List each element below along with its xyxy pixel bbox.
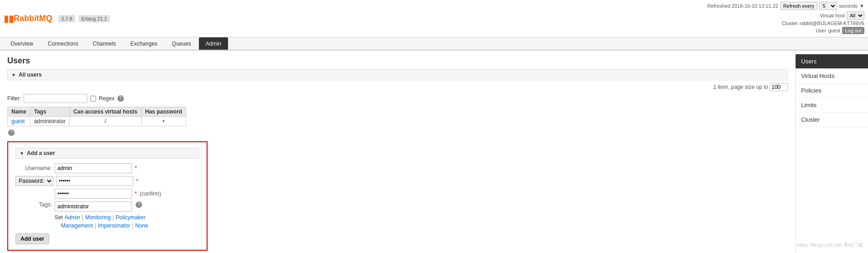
tag-management[interactable]: Management xyxy=(61,222,93,229)
virtual-host-select[interactable]: All / xyxy=(847,11,864,20)
password-confirm-input[interactable] xyxy=(55,189,132,199)
cluster-label: Cluster xyxy=(782,21,798,26)
watermark: https://blog.csdn.net 李姓门徒 xyxy=(797,242,863,248)
page-title: Users xyxy=(7,56,788,66)
col-password: Has password xyxy=(141,107,186,117)
tags-label: Tags: xyxy=(15,201,52,208)
nav-exchanges[interactable]: Exchanges xyxy=(123,37,164,50)
cluster-row: Cluster rabbit@BIJLAGEM-KT786V6 xyxy=(707,21,864,26)
tags-help-icon[interactable]: ? xyxy=(136,201,142,208)
refresh-dropdown-icon[interactable]: ▼ xyxy=(859,3,864,9)
logo-icon: ▮▮ xyxy=(4,13,14,24)
set-label: Set xyxy=(55,214,63,221)
password-required: * xyxy=(136,178,138,184)
topbar: ▮▮ RabbitMQ . 3.7.8 Erlang 21.1 Refreshe… xyxy=(0,0,868,37)
sidebar-item-users[interactable]: Users xyxy=(796,54,868,69)
logo: ▮▮ RabbitMQ . xyxy=(4,13,55,24)
erlang-badge: Erlang 21.1 xyxy=(79,15,110,22)
content-area: Users ▼ All users 1 item, page size up t… xyxy=(0,51,795,253)
sidebar-item-policies[interactable]: Policies xyxy=(796,83,868,98)
col-vhosts: Can access virtual hosts xyxy=(70,107,142,117)
nav-channels[interactable]: Channels xyxy=(86,37,123,50)
nav-overview[interactable]: Overview xyxy=(4,37,40,50)
nav-queues[interactable]: Queues xyxy=(165,37,198,50)
sidebar-limits-label: Limits xyxy=(801,102,817,108)
sep1: | xyxy=(82,214,83,221)
refresh-button[interactable]: Refresh every xyxy=(780,2,817,10)
logo-dot: . xyxy=(53,15,55,22)
password-input[interactable] xyxy=(56,176,133,186)
main-layout: Users ▼ All users 1 item, page size up t… xyxy=(0,51,868,253)
table-row: guest administrator / • xyxy=(8,117,186,126)
user-row: User guest Log out xyxy=(707,27,864,34)
logout-button[interactable]: Log out xyxy=(842,27,864,34)
password-confirm-row: * (confirm) xyxy=(15,189,199,199)
add-user-header[interactable]: ▼ Add a user xyxy=(15,148,199,159)
set-tags-row2: Management | Impersonator | None xyxy=(61,222,199,229)
username-input[interactable] xyxy=(55,163,132,173)
tags-input[interactable] xyxy=(55,201,132,212)
password-row: Password: Hashing * xyxy=(15,176,199,186)
tags-row: Tags: ? xyxy=(15,201,199,212)
col-tags: Tags xyxy=(30,107,69,117)
sidebar: Users Virtual Hosts Policies Limits Clus… xyxy=(795,51,868,253)
filter-input[interactable] xyxy=(24,94,87,103)
logo-area: ▮▮ RabbitMQ . 3.7.8 Erlang 21.1 xyxy=(4,13,110,24)
collapse-arrow: ▼ xyxy=(11,72,16,77)
sep4: | xyxy=(132,222,133,229)
page-size-input[interactable] xyxy=(770,83,788,91)
tag-admin[interactable]: Admin xyxy=(65,214,80,221)
user-value: guest xyxy=(828,28,840,33)
table-help-icon[interactable]: ? xyxy=(8,129,15,136)
set-tags-row1: Set Admin | Monitoring | Policymaker xyxy=(55,214,199,221)
user-vhosts-cell: / xyxy=(70,117,142,126)
confirm-required: * xyxy=(135,191,137,197)
page-size-text: 1 item, page size up to xyxy=(713,84,768,90)
regex-checkbox[interactable] xyxy=(90,96,96,102)
tag-monitoring[interactable]: Monitoring xyxy=(85,214,111,221)
user-name-cell[interactable]: guest xyxy=(8,117,30,126)
users-table: Name Tags Can access virtual hosts Has p… xyxy=(7,107,186,126)
add-user-arrow: ▼ xyxy=(20,151,24,156)
all-users-header[interactable]: ▼ All users xyxy=(7,69,788,80)
virtual-host-row: Virtual host All / xyxy=(707,11,864,20)
refresh-row: Refreshed 2018-10-10 13:11:22 Refresh ev… xyxy=(707,2,864,10)
sidebar-cluster-label: Cluster xyxy=(801,116,820,123)
sidebar-vh-label: Virtual Hosts xyxy=(801,72,834,79)
username-row: Username: * xyxy=(15,163,199,173)
filter-label: Filter: xyxy=(7,95,21,102)
tag-policymaker[interactable]: Policymaker xyxy=(116,214,145,221)
sep2: | xyxy=(112,214,114,221)
user-password-cell: • xyxy=(141,117,186,126)
sidebar-users-label: Users xyxy=(801,58,817,65)
col-name: Name xyxy=(8,107,30,117)
nav-admin[interactable]: Admin xyxy=(199,37,228,50)
nav-connections[interactable]: Connections xyxy=(41,37,85,50)
sidebar-item-cluster[interactable]: Cluster xyxy=(796,113,868,127)
cluster-value: rabbit@BIJLAGEM-KT786V6 xyxy=(799,21,864,26)
sidebar-policies-label: Policies xyxy=(801,87,822,94)
username-required: * xyxy=(135,165,137,171)
top-right-info: Refreshed 2018-10-10 13:11:22 Refresh ev… xyxy=(707,2,864,35)
virtual-host-label: Virtual host xyxy=(820,13,845,18)
sidebar-item-virtual-hosts[interactable]: Virtual Hosts xyxy=(796,69,868,83)
sep3: | xyxy=(95,222,96,229)
nav: Overview Connections Channels Exchanges … xyxy=(0,37,868,51)
page-size-row: 1 item, page size up to xyxy=(7,83,788,91)
regex-help-icon[interactable]: ? xyxy=(117,95,124,102)
refresh-unit: seconds xyxy=(839,3,858,9)
refreshed-text: Refreshed 2018-10-10 13:11:22 xyxy=(707,3,778,9)
refresh-seconds-select[interactable]: 5 10 30 60 xyxy=(819,2,837,10)
username-label: Username: xyxy=(15,165,52,171)
confirm-label: (confirm) xyxy=(140,191,161,197)
sidebar-item-limits[interactable]: Limits xyxy=(796,98,868,113)
regex-label: Regex xyxy=(99,95,115,102)
tag-impersonator[interactable]: Impersonator xyxy=(98,222,130,229)
add-user-button[interactable]: Add user xyxy=(15,233,49,244)
tag-none[interactable]: None xyxy=(135,222,148,229)
all-users-label: All users xyxy=(19,72,42,78)
version-badge: 3.7.8 xyxy=(58,15,75,22)
logo-label: RabbitMQ xyxy=(14,14,52,23)
user-tags-cell: administrator xyxy=(30,117,69,126)
password-type-select[interactable]: Password: Hashing xyxy=(15,176,53,186)
